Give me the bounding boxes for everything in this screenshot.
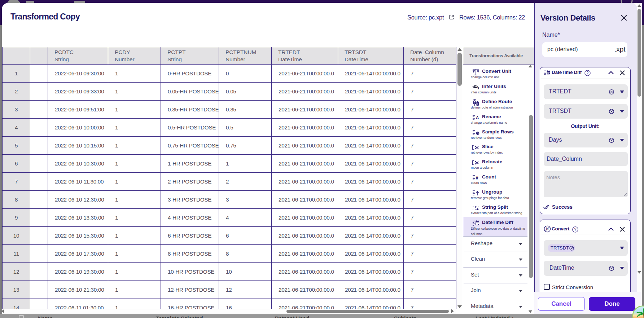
svg-text:#: # bbox=[476, 176, 478, 181]
svg-text:A: A bbox=[476, 115, 479, 120]
svg-text:?: ? bbox=[574, 227, 577, 231]
svg-text:N: N bbox=[546, 227, 549, 230]
svg-text:?: ? bbox=[587, 71, 589, 75]
